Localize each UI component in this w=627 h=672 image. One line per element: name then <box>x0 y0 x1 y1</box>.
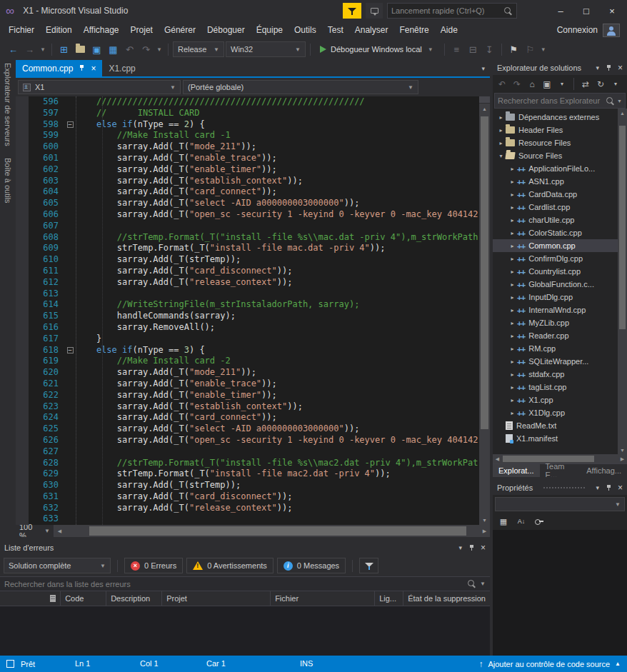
tree-item-carddata-cpp[interactable]: ▸++CardData.cpp <box>493 188 618 201</box>
start-debug-button[interactable]: Débogueur Windows local ▾ <box>315 41 440 57</box>
error-col-description[interactable]: Description <box>106 591 162 606</box>
tree-item-reader-cpp[interactable]: ▸++Reader.cpp <box>493 329 618 342</box>
chevron-down-icon[interactable]: ▾ <box>596 64 599 71</box>
tree-item-source-files[interactable]: ▾Source Files <box>493 149 618 162</box>
scroll-track[interactable] <box>618 117 627 446</box>
sign-in-label[interactable]: Connexion <box>557 25 598 35</box>
code-editor[interactable]: 596 ////////////////////////////////////… <box>16 96 490 525</box>
warnings-filter-button[interactable]: 0 Avertissements <box>186 558 274 573</box>
tree-vertical-scrollbar[interactable]: ▲ ▼ <box>618 109 627 454</box>
navigate-back-icon[interactable]: ← <box>6 41 21 57</box>
home-icon[interactable]: ⌂ <box>526 78 538 91</box>
scroll-right-icon[interactable]: ▶ <box>479 525 490 537</box>
forward-icon[interactable]: ↷ <box>511 78 523 91</box>
close-icon[interactable]: × <box>618 63 623 73</box>
tree-expand-arrow[interactable]: ▾ <box>497 153 505 159</box>
tree-expand-arrow[interactable]: ▸ <box>508 307 516 314</box>
horizontal-scroll-thumb[interactable] <box>89 526 466 536</box>
tree-expand-arrow[interactable]: ▸ <box>508 191 516 198</box>
menu-fichier[interactable]: Fichier <box>3 23 40 37</box>
side-tab-boite-a-outils[interactable]: Boîte à outils <box>4 158 12 204</box>
breakpoint-margin[interactable] <box>16 96 29 525</box>
fold-collapse-icon[interactable]: − <box>67 121 74 128</box>
save-all-icon[interactable]: ▦ <box>106 41 121 57</box>
tree-item-rm-cpp[interactable]: ▸++RM.cpp <box>493 342 618 355</box>
error-col-lig[interactable]: Lig... <box>375 591 403 606</box>
tree-expand-arrow[interactable]: ▸ <box>508 281 516 288</box>
fold-collapse-icon[interactable]: − <box>67 347 74 353</box>
minimize-button[interactable]: – <box>550 2 571 19</box>
scope-icon[interactable]: ▣ <box>541 78 553 91</box>
scroll-up-icon[interactable]: ▲ <box>479 104 490 114</box>
tree-expand-arrow[interactable]: ▸ <box>508 256 516 262</box>
tree-horizontal-scrollbar[interactable]: ◀ ▶ <box>493 454 627 463</box>
tree-expand-arrow[interactable]: ▸ <box>508 410 516 416</box>
tree-expand-arrow[interactable]: ▸ <box>497 140 505 146</box>
toolbar-overflow-icon[interactable]: ▾ <box>539 41 548 57</box>
tree-expand-arrow[interactable]: ▸ <box>508 230 516 236</box>
tree-expand-arrow[interactable]: ▸ <box>508 320 516 326</box>
editor-tab-common-cpp[interactable]: Common.cpp× <box>16 60 102 76</box>
splitter-grip[interactable] <box>479 96 490 104</box>
quick-launch-box[interactable] <box>387 3 517 19</box>
tree-item-globalfunction-c[interactable]: ▸++GlobalFunction.c... <box>493 278 618 291</box>
scroll-thumb[interactable] <box>481 116 488 429</box>
tree-item-applicationfilelo[interactable]: ▸++ApplicationFileLo... <box>493 162 618 175</box>
tree-item-countrylist-cpp[interactable]: ▸++Countrylist.cpp <box>493 265 618 278</box>
step-into-icon[interactable]: ↧ <box>482 41 497 57</box>
error-list-header[interactable]: Liste d'erreurs ▾ × <box>0 540 490 555</box>
sign-in-area[interactable]: Connexion <box>557 24 624 37</box>
panel-tab-team-e[interactable]: Team E... <box>540 464 581 477</box>
pin-icon[interactable] <box>606 64 611 71</box>
menu-edition[interactable]: Edition <box>40 23 78 37</box>
tree-expand-arrow[interactable]: ▸ <box>508 294 516 301</box>
scroll-down-icon[interactable]: ▼ <box>479 515 490 525</box>
properties-header[interactable]: Propriétés ▾ × <box>493 480 627 495</box>
scroll-thumb[interactable] <box>619 126 626 329</box>
messages-filter-button[interactable]: i 0 Messages <box>277 558 346 573</box>
open-folder-icon[interactable] <box>73 41 88 57</box>
back-icon[interactable]: ↶ <box>496 78 508 91</box>
tree-item-colorstatic-cpp[interactable]: ▸++ColorStatic.cpp <box>493 226 618 239</box>
scroll-left-icon[interactable]: ◀ <box>493 454 502 463</box>
panel-tab-affichag[interactable]: Affichag... <box>581 464 627 477</box>
close-button[interactable]: × <box>601 2 623 19</box>
error-search-input[interactable] <box>4 580 463 588</box>
close-icon[interactable]: × <box>481 543 486 553</box>
categorized-icon[interactable]: ▦ <box>497 515 510 528</box>
error-search-box[interactable]: ▼ <box>0 576 490 591</box>
error-col-code[interactable]: Code <box>61 591 106 606</box>
menu-equipe[interactable]: Équipe <box>251 23 289 37</box>
tree-item-dependances-externes[interactable]: ▸Dépendances externes <box>493 111 618 124</box>
tree-item-taglist-cpp[interactable]: ▸++tagList.cpp <box>493 381 618 393</box>
step-over-icon[interactable]: ⊟ <box>466 41 481 57</box>
maximize-button[interactable]: □ <box>576 2 597 19</box>
break-all-icon[interactable]: ≡ <box>449 41 464 57</box>
member-dropdown[interactable]: (Portée globale) ▼ <box>183 80 418 94</box>
tree-expand-arrow[interactable]: ▸ <box>508 358 516 365</box>
save-icon[interactable]: ▣ <box>89 41 104 57</box>
tree-item-cardlist-cpp[interactable]: ▸++Cardlist.cpp <box>493 201 618 214</box>
tree-item-common-cpp[interactable]: ▸++Common.cpp <box>493 239 618 252</box>
chevron-down-icon[interactable]: ▾ <box>39 41 47 57</box>
solution-explorer-header[interactable]: Explorateur de solutions ▾ × <box>493 60 627 75</box>
redo-icon[interactable]: ↷ <box>139 41 154 57</box>
tree-expand-arrow[interactable]: ▸ <box>508 217 516 224</box>
tree-expand-arrow[interactable]: ▸ <box>508 179 516 185</box>
tree-item-resource-files[interactable]: ▸Resource Files <box>493 136 618 149</box>
tree-expand-arrow[interactable]: ▸ <box>508 269 516 275</box>
tree-expand-arrow[interactable]: ▸ <box>508 243 516 249</box>
property-pages-icon[interactable] <box>533 515 546 528</box>
chevron-down-icon[interactable]: ▾ <box>556 78 568 91</box>
alphabetical-sort-icon[interactable]: A↓ <box>515 515 528 528</box>
menu-analyser[interactable]: Analyser <box>349 23 394 37</box>
scroll-left-icon[interactable]: ◀ <box>54 525 65 537</box>
scroll-track[interactable] <box>479 114 490 515</box>
error-list-body[interactable] <box>0 606 490 656</box>
panel-tab-explorat[interactable]: Explorat... <box>493 464 540 477</box>
menu-deboguer[interactable]: Déboguer <box>201 23 251 37</box>
solution-search-box[interactable]: ▼ <box>494 93 626 109</box>
menu-projet[interactable]: Projet <box>125 23 159 37</box>
error-col-etat-de-la-suppression[interactable]: État de la suppression <box>403 591 490 606</box>
filter-button[interactable] <box>359 558 378 573</box>
